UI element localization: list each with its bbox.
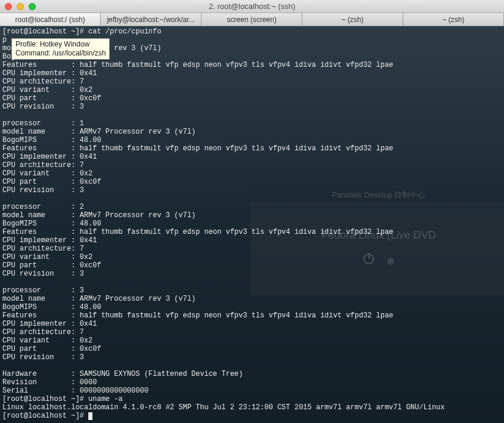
line: [root@localhost ~]# cat /proc/cpuinfo	[2, 27, 161, 36]
line: CPU revision : 3	[2, 186, 84, 194]
line: Hardware : SAMSUNG EXYNOS (Flattened Dev…	[2, 370, 243, 378]
tab-0[interactable]: root@localhost:/ (ssh)	[0, 13, 101, 26]
line: CPU implementer : 0x41	[2, 236, 97, 245]
cursor	[88, 412, 92, 420]
line: CPU variant : 0x2	[2, 253, 92, 261]
tab-3[interactable]: ~ (zsh)	[302, 13, 403, 26]
line: processor : 2	[2, 203, 84, 211]
tooltip-line1: Profile: Hotkey Window	[16, 40, 106, 49]
line: CPU architecture: 7	[2, 78, 84, 86]
line: CPU revision : 3	[2, 353, 84, 362]
line: BogoMIPS : 48.00	[2, 303, 101, 311]
line: CPU architecture: 7	[2, 328, 84, 336]
line: CPU architecture: 7	[2, 245, 84, 253]
line: CPU implementer : 0x41	[2, 69, 97, 78]
line: Features : half thumb fastmult vfp edsp …	[2, 228, 393, 236]
line: p	[2, 36, 7, 44]
line: model name : ARMv7 Processor rev 3 (v7l)	[2, 128, 196, 136]
tooltip-line2: Command: /usr/local/bin/zsh	[16, 49, 106, 58]
line: CPU part : 0xc0f	[2, 178, 101, 186]
line: [root@localhost ~]# uname -a	[2, 395, 123, 403]
line: processor : 1	[2, 119, 84, 128]
profile-tooltip: Profile: Hotkey Window Command: /usr/loc…	[11, 38, 110, 60]
line: Features : half thumb fastmult vfp edsp …	[2, 144, 393, 153]
line: CPU implementer : 0x41	[2, 320, 97, 328]
tab-bar: root@localhost:/ (ssh) jefby@localhost:~…	[0, 13, 504, 26]
line: CPU implementer : 0x41	[2, 153, 97, 161]
line: CPU part : 0xc0f	[2, 345, 101, 353]
line: CPU variant : 0x2	[2, 86, 92, 94]
line: CPU revision : 3	[2, 270, 84, 278]
line: CPU architecture: 7	[2, 161, 84, 169]
tab-2[interactable]: screen (screen)	[202, 13, 302, 26]
line: Features : half thumb fastmult vfp edsp …	[2, 311, 393, 320]
line: Serial : 0000000000000000	[2, 387, 149, 395]
tab-1[interactable]: jefby@localhost:~/work/ar...	[101, 13, 202, 26]
line: BogoMIPS : 48.00	[2, 220, 101, 228]
line: Linux localhost.localdomain 4.1.0-rc8 #2…	[2, 403, 445, 412]
line: Revision : 0000	[2, 378, 97, 387]
line: CPU revision : 3	[2, 103, 84, 111]
line: processor : 3	[2, 286, 84, 295]
line: CPU variant : 0x2	[2, 169, 92, 178]
line: CPU part : 0xc0f	[2, 94, 101, 103]
window-title: 2. root@localhost:~ (ssh)	[0, 2, 504, 11]
terminal-output[interactable]: [root@localhost ~]# cat /proc/cpuinfo p …	[0, 26, 504, 423]
line: model name : ARMv7 Processor rev 3 (v7l)	[2, 211, 196, 220]
line: CPU part : 0xc0f	[2, 261, 101, 270]
line: BogoMIPS : 48.00	[2, 136, 101, 144]
window-titlebar: 2. root@localhost:~ (ssh)	[0, 0, 504, 13]
line: model name : ARMv7 Processor rev 3 (v7l)	[2, 295, 196, 303]
line: CPU variant : 0x2	[2, 336, 92, 345]
prompt: [root@localhost ~]#	[2, 412, 88, 420]
tab-4[interactable]: ~ (zsh)	[403, 13, 504, 26]
line: Features : half thumb fastmult vfp edsp …	[2, 61, 393, 69]
